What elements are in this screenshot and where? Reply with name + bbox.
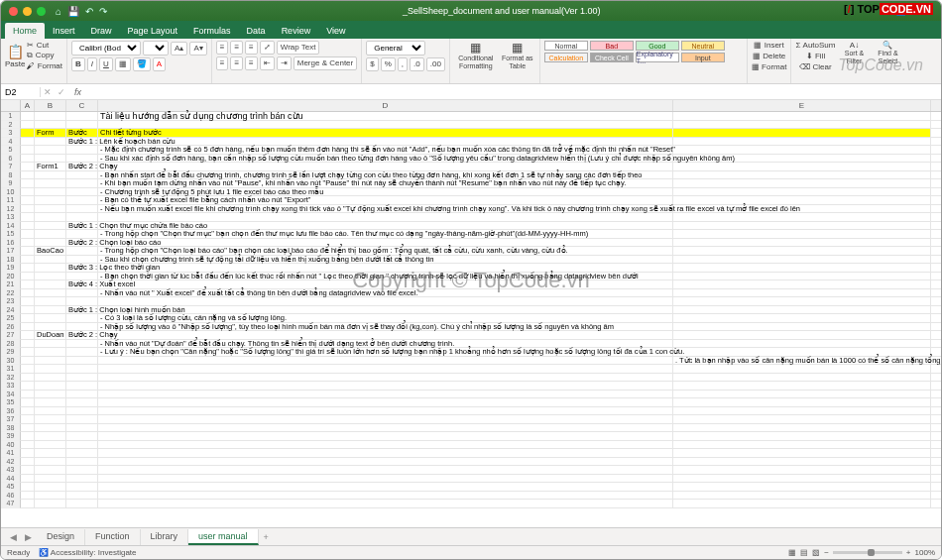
cell[interactable] bbox=[35, 449, 66, 457]
align-bot-button[interactable]: ≡ bbox=[245, 41, 258, 55]
cell[interactable] bbox=[66, 407, 98, 415]
cell[interactable] bbox=[673, 391, 931, 398]
cell[interactable] bbox=[673, 121, 931, 129]
row-header[interactable]: 21 bbox=[1, 280, 21, 289]
cell[interactable] bbox=[98, 163, 673, 170]
row-header[interactable]: 41 bbox=[1, 449, 21, 458]
cell-style-checkcell[interactable]: Check Cell bbox=[590, 53, 634, 62]
cell[interactable] bbox=[35, 365, 66, 373]
cell[interactable] bbox=[21, 239, 35, 247]
cell[interactable] bbox=[673, 273, 931, 280]
cell[interactable] bbox=[21, 179, 35, 187]
sheet-tab-design[interactable]: Design bbox=[37, 529, 85, 545]
cell[interactable] bbox=[66, 382, 98, 390]
fill-color-button[interactable]: 🪣 bbox=[133, 57, 151, 71]
cell[interactable] bbox=[35, 297, 66, 305]
table-row[interactable] bbox=[21, 466, 941, 475]
cell[interactable] bbox=[66, 146, 98, 154]
menu-tab-review[interactable]: Review bbox=[274, 23, 319, 39]
cell[interactable] bbox=[35, 239, 66, 247]
row-header[interactable]: 14 bbox=[1, 222, 21, 231]
cell[interactable]: - Nhập số lượng vào ô "Nhập số lượng", t… bbox=[98, 323, 673, 331]
orientation-button[interactable]: ⤢ bbox=[260, 41, 275, 55]
sheet-nav-prev-icon[interactable]: ◀ bbox=[7, 532, 20, 542]
row-header[interactable]: 23 bbox=[1, 297, 21, 306]
cells-area[interactable]: Tài liệu hướng dẫn sử dụng chương trình … bbox=[21, 112, 941, 508]
cell[interactable]: . Tức là bạn nhập vào số cân nặng muốn b… bbox=[673, 357, 931, 365]
zoom-slider[interactable] bbox=[833, 551, 902, 554]
cell[interactable] bbox=[673, 340, 931, 348]
cell[interactable] bbox=[35, 466, 66, 474]
table-row[interactable]: - Nếu bạn muốn xuất excel file khi chươn… bbox=[21, 205, 941, 214]
row-header[interactable]: 6 bbox=[1, 155, 21, 164]
cell[interactable] bbox=[21, 432, 35, 440]
cell[interactable] bbox=[673, 256, 931, 264]
underline-button[interactable]: U bbox=[99, 57, 113, 71]
clear-button[interactable]: ⌫ Clear bbox=[799, 62, 831, 71]
cell[interactable] bbox=[66, 121, 98, 129]
cell[interactable] bbox=[98, 374, 673, 382]
cell[interactable]: Bước 2 : Chạy bbox=[66, 163, 98, 170]
table-row[interactable] bbox=[21, 415, 941, 424]
cell[interactable] bbox=[66, 432, 98, 440]
cell[interactable] bbox=[21, 458, 35, 466]
close-icon[interactable] bbox=[9, 7, 18, 16]
cell[interactable]: - Sau khi xác định số đơn hàng, bạn cần … bbox=[98, 155, 673, 163]
cell[interactable] bbox=[35, 205, 66, 213]
format-cells-button[interactable]: ▦ Format bbox=[752, 62, 787, 71]
cell[interactable] bbox=[21, 391, 35, 398]
cell[interactable] bbox=[673, 247, 931, 255]
enter-icon[interactable]: ✓ bbox=[55, 87, 68, 97]
cell[interactable] bbox=[673, 289, 931, 297]
cell[interactable] bbox=[66, 323, 98, 331]
cell[interactable] bbox=[673, 331, 931, 339]
cell[interactable] bbox=[35, 398, 66, 406]
cell[interactable] bbox=[21, 138, 35, 146]
cut-button[interactable]: ✂ Cut bbox=[27, 41, 62, 50]
dec-dec-button[interactable]: .00 bbox=[426, 57, 445, 71]
cell[interactable] bbox=[673, 213, 931, 221]
table-row[interactable] bbox=[21, 398, 941, 407]
cell-style-explanatoryt[interactable]: Explanatory T... bbox=[636, 53, 679, 62]
row-header[interactable]: 1 bbox=[1, 112, 21, 121]
row-header[interactable]: 7 bbox=[1, 163, 21, 171]
sheet-tab-library[interactable]: Library bbox=[141, 529, 189, 545]
cell[interactable]: - Có 3 loại là số lượng cừu, cân nặng và… bbox=[98, 314, 673, 322]
cell[interactable] bbox=[66, 196, 98, 204]
cell[interactable] bbox=[66, 500, 98, 507]
delete-cells-button[interactable]: ▦ Delete bbox=[753, 52, 785, 60]
cell[interactable] bbox=[35, 256, 66, 264]
cell[interactable] bbox=[66, 112, 98, 120]
cell[interactable]: Bước 1 : Lên kế hoạch bán cừu bbox=[66, 138, 98, 146]
cell[interactable] bbox=[98, 121, 673, 129]
cell[interactable] bbox=[98, 264, 673, 272]
cell[interactable] bbox=[98, 365, 673, 373]
cell[interactable] bbox=[35, 112, 66, 120]
cell[interactable] bbox=[66, 441, 98, 449]
wrap-text-button[interactable]: Wrap Text bbox=[277, 41, 320, 55]
cell[interactable] bbox=[673, 365, 931, 373]
cell[interactable] bbox=[673, 129, 931, 137]
cell[interactable] bbox=[66, 289, 98, 297]
row-header[interactable]: 8 bbox=[1, 171, 21, 180]
select-all-corner[interactable] bbox=[1, 100, 21, 111]
cell[interactable] bbox=[673, 155, 931, 163]
cell[interactable] bbox=[35, 264, 66, 272]
cell[interactable] bbox=[21, 306, 35, 314]
cell[interactable] bbox=[66, 424, 98, 432]
cell[interactable] bbox=[66, 230, 98, 238]
cell[interactable] bbox=[21, 348, 35, 356]
cell[interactable] bbox=[21, 382, 35, 390]
spreadsheet-grid[interactable]: ABCDE 1234567891011121314151617181920212… bbox=[1, 100, 941, 508]
cell[interactable] bbox=[21, 171, 35, 179]
sheet-nav-next-icon[interactable]: ▶ bbox=[22, 532, 35, 542]
cell[interactable]: Form1 bbox=[35, 163, 66, 170]
cell[interactable] bbox=[673, 407, 931, 415]
cell[interactable] bbox=[35, 357, 66, 365]
row-header[interactable]: 34 bbox=[1, 391, 21, 399]
autosum-button[interactable]: Σ AutoSum bbox=[795, 41, 835, 50]
row-header[interactable]: 46 bbox=[1, 492, 21, 501]
align-top-button[interactable]: ≡ bbox=[216, 41, 229, 55]
table-row[interactable] bbox=[21, 483, 941, 492]
cell-style-input[interactable]: Input bbox=[681, 53, 725, 62]
